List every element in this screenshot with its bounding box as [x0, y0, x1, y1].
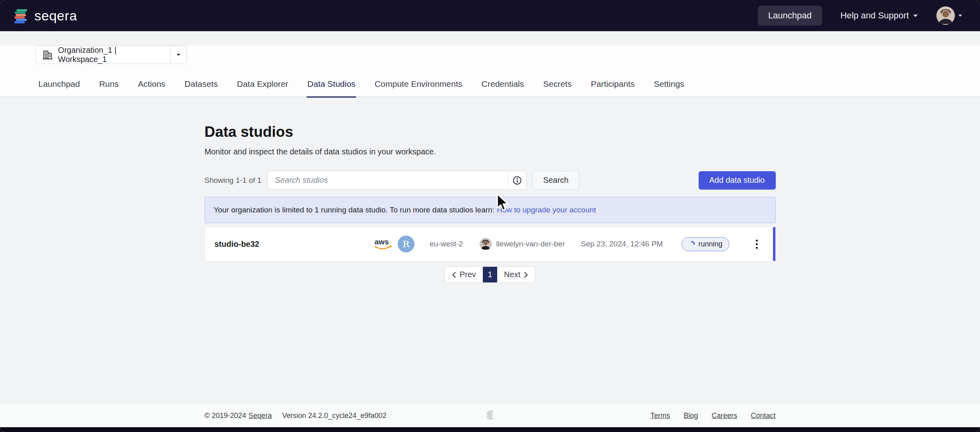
results-count: Showing 1-1 of 1 — [205, 176, 262, 185]
seqera-footer-link[interactable]: Seqera — [249, 412, 272, 420]
next-label: Next — [504, 270, 520, 279]
page-title: Data studios — [205, 124, 776, 140]
studio-name[interactable]: studio-be32 — [215, 240, 259, 249]
workspace-tab[interactable]: Runs — [98, 79, 120, 98]
studios-toolbar: Showing 1-1 of 1 Search Add data studio — [205, 171, 776, 190]
footer-links: TermsBlogCareersContact — [650, 412, 775, 420]
copyright-years: © 2019-2024 — [205, 412, 246, 420]
info-icon — [512, 176, 522, 185]
prev-label: Prev — [460, 270, 476, 279]
limit-banner-text: Your organization is limited to 1 runnin… — [214, 206, 494, 214]
prev-page-button[interactable]: Prev — [445, 267, 483, 282]
aws-provider-icon: aws — [373, 237, 393, 251]
workspace-selector-dropdown-button[interactable] — [170, 46, 186, 64]
search-input[interactable] — [268, 171, 508, 189]
svg-text:aws: aws — [374, 238, 389, 246]
workspace-tab[interactable]: Actions — [137, 79, 166, 98]
workspace-tab[interactable]: Participants — [590, 79, 635, 98]
sub-header: Organization_1 | Workspace_1 Launchpad R… — [0, 46, 980, 97]
seqera-logo-icon — [12, 7, 29, 24]
help-and-support-menu[interactable]: Help and Support — [841, 10, 918, 21]
studio-region: eu-west-2 — [430, 240, 463, 248]
search-info-button[interactable] — [508, 171, 526, 189]
brand[interactable]: seqera — [12, 7, 77, 24]
workspace-tab[interactable]: Launchpad — [38, 79, 81, 98]
limit-banner: Your organization is limited to 1 runnin… — [205, 197, 776, 223]
owner-name: llewelyn-van-der-ber — [496, 240, 565, 248]
workspace-tab[interactable]: Compute Environments — [374, 79, 463, 98]
studio-row[interactable]: studio-be32 aws R eu-west-2 lle — [205, 227, 776, 261]
main-content: Data studios Monitor and inspect the det… — [205, 124, 776, 283]
workspace-selector-main[interactable]: Organization_1 | Workspace_1 — [36, 46, 170, 64]
copyright: © 2019-2024 Seqera — [205, 412, 272, 420]
status-badge: running — [681, 237, 729, 251]
footer-link[interactable]: Contact — [751, 412, 775, 420]
spinner-icon — [688, 241, 695, 248]
search-input-group — [267, 171, 527, 190]
page-subtitle: Monitor and inspect the details of data … — [205, 147, 776, 156]
search-button[interactable]: Search — [532, 171, 579, 190]
add-data-studio-button[interactable]: Add data studio — [699, 171, 776, 190]
brand-wordmark: seqera — [34, 8, 77, 24]
page-number-button[interactable]: 1 — [483, 267, 497, 282]
footer: © 2019-2024 Seqera Version 24.2.0_cycle2… — [0, 404, 980, 427]
help-and-support-label: Help and Support — [841, 10, 909, 21]
footer-link[interactable]: Terms — [650, 412, 670, 420]
workspace-selector-label: Organization_1 | Workspace_1 — [58, 46, 164, 64]
organization-icon — [42, 50, 53, 60]
workspace-tab[interactable]: Datasets — [184, 79, 219, 98]
workspace-tabs: Launchpad Runs Actions Datasets Data Exp… — [0, 79, 980, 97]
footer-link[interactable]: Blog — [683, 412, 698, 420]
next-page-button[interactable]: Next — [497, 267, 535, 282]
row-actions-menu-button[interactable] — [753, 237, 760, 251]
caret-down-icon — [176, 53, 181, 56]
chevron-down-icon — [958, 14, 962, 17]
workspace-tab[interactable]: Credentials — [481, 79, 525, 98]
workspace-tab[interactable]: Settings — [653, 79, 685, 98]
rstudio-app-icon: R — [398, 236, 414, 252]
user-menu[interactable] — [936, 6, 962, 25]
chevron-left-icon — [452, 272, 456, 278]
seqera-footer-mark-icon — [486, 410, 494, 422]
bottom-edge-strip — [0, 427, 980, 432]
workspace-tab[interactable]: Data Explorer — [236, 79, 289, 98]
chevron-down-icon — [913, 14, 918, 18]
studio-created-date: Sep 23, 2024, 12:46 PM — [581, 240, 663, 248]
chevron-right-icon — [524, 272, 528, 278]
owner-avatar — [480, 238, 492, 250]
top-navbar: seqera Launchpad Help and Support — [0, 0, 980, 31]
status-label: running — [698, 240, 722, 248]
user-avatar — [936, 6, 955, 25]
workspace-tab[interactable]: Secrets — [542, 79, 572, 98]
launchpad-button[interactable]: Launchpad — [758, 6, 822, 26]
pagination: Prev 1 Next — [444, 266, 536, 283]
studio-owner: llewelyn-van-der-ber — [480, 238, 565, 250]
workspace-selector: Organization_1 | Workspace_1 — [36, 46, 187, 64]
workspace-tab[interactable]: Data Studios — [307, 79, 356, 98]
version-label: Version 24.2.0_cycle24_e9fa002 — [282, 412, 386, 420]
footer-link[interactable]: Careers — [711, 412, 737, 420]
app-window: seqera Launchpad Help and Support — [0, 0, 980, 432]
upgrade-account-link[interactable]: How to upgrade your account — [497, 206, 596, 214]
row-accent-bar — [773, 227, 775, 261]
